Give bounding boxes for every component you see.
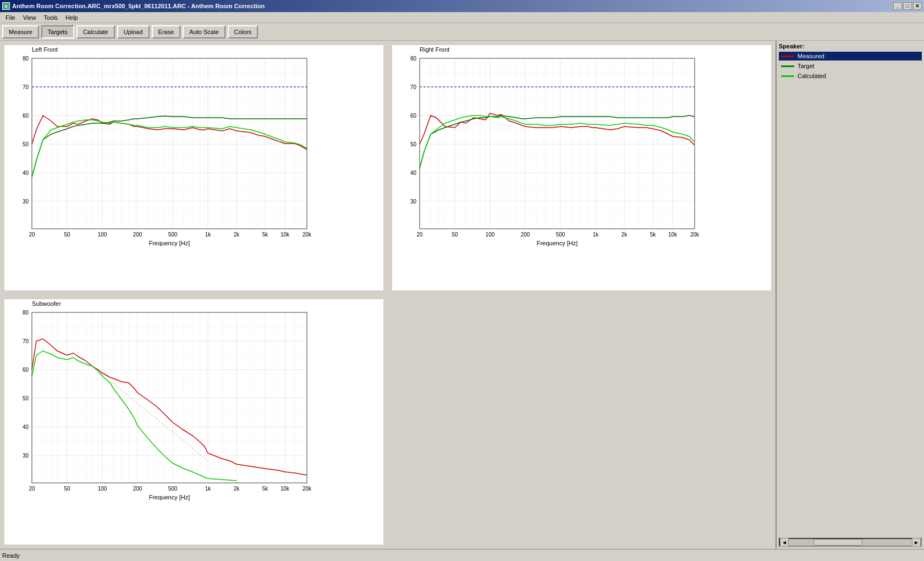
svg-text:50: 50 <box>64 486 70 492</box>
scrollbar-track[interactable] <box>789 539 912 546</box>
svg-text:2k: 2k <box>622 232 628 238</box>
svg-text:20: 20 <box>29 486 35 492</box>
svg-text:1k: 1k <box>205 486 212 492</box>
right-front-title: Right Front <box>392 45 771 53</box>
scrollbar-thumb[interactable] <box>813 539 863 546</box>
svg-text:40: 40 <box>23 170 29 176</box>
measure-button[interactable]: Measure <box>2 25 39 38</box>
legend-calculated[interactable]: Calculated <box>779 72 922 80</box>
svg-text:50: 50 <box>410 141 417 147</box>
menu-bar: File View Tools Help <box>0 12 924 23</box>
svg-text:200: 200 <box>133 486 142 492</box>
status-text: Ready <box>2 552 20 559</box>
measured-label: Measured <box>798 53 824 59</box>
svg-text:2k: 2k <box>234 232 240 238</box>
erase-button[interactable]: Erase <box>152 25 181 38</box>
svg-text:200: 200 <box>133 232 142 238</box>
svg-text:70: 70 <box>23 84 29 90</box>
svg-text:5k: 5k <box>262 486 269 492</box>
left-front-svg: 80 70 60 50 40 30 20 50 100 200 500 1k 2… <box>4 53 312 251</box>
svg-text:60: 60 <box>23 113 29 119</box>
svg-text:Frequency [Hz]: Frequency [Hz] <box>149 240 190 246</box>
svg-text:200: 200 <box>521 232 530 238</box>
left-front-chart: Left Front <box>4 45 383 290</box>
svg-text:50: 50 <box>23 395 29 402</box>
svg-text:1k: 1k <box>593 232 600 238</box>
auto-scale-button[interactable]: Auto Scale <box>183 25 225 38</box>
svg-text:2k: 2k <box>234 486 240 492</box>
svg-rect-134 <box>32 312 307 483</box>
minimize-button[interactable]: _ <box>893 2 902 10</box>
svg-text:100: 100 <box>486 232 495 238</box>
calculated-label: Calculated <box>798 73 826 79</box>
svg-text:Frequency [Hz]: Frequency [Hz] <box>149 494 190 501</box>
measured-color-swatch <box>781 56 794 57</box>
svg-text:500: 500 <box>168 232 178 238</box>
svg-text:5k: 5k <box>650 232 657 238</box>
svg-text:80: 80 <box>23 56 29 62</box>
maximize-button[interactable]: □ <box>903 2 912 10</box>
svg-text:10k: 10k <box>668 232 678 238</box>
svg-text:Frequency [Hz]: Frequency [Hz] <box>537 240 578 246</box>
svg-text:20k: 20k <box>302 486 312 492</box>
svg-text:1k: 1k <box>205 232 212 238</box>
svg-text:20: 20 <box>416 232 423 238</box>
svg-text:100: 100 <box>98 232 107 238</box>
svg-text:20: 20 <box>29 232 35 238</box>
svg-text:100: 100 <box>98 486 107 492</box>
legend-target[interactable]: Target <box>779 62 922 70</box>
svg-text:500: 500 <box>556 232 565 238</box>
svg-text:50: 50 <box>452 232 458 238</box>
target-label: Target <box>798 63 815 69</box>
svg-text:10k: 10k <box>280 486 290 492</box>
window-controls[interactable]: _ □ ✕ <box>893 2 922 10</box>
menu-help[interactable]: Help <box>62 13 81 22</box>
svg-text:30: 30 <box>23 453 29 459</box>
svg-text:70: 70 <box>23 338 29 344</box>
main-content: Left Front <box>0 41 924 549</box>
empty-panel <box>392 299 771 544</box>
svg-rect-70 <box>420 58 695 229</box>
app-icon: A <box>2 2 10 10</box>
window-title: Anthem Room Correction.ARC_mrx500_5pkt_0… <box>12 3 265 9</box>
svg-text:80: 80 <box>23 310 29 316</box>
target-color-swatch <box>781 65 794 67</box>
title-bar-left: A Anthem Room Correction.ARC_mrx500_5pkt… <box>2 2 265 10</box>
svg-text:40: 40 <box>410 170 417 176</box>
svg-text:60: 60 <box>410 113 417 119</box>
sidebar: Speaker: Measured Target Calculated ◀ ▶ <box>776 41 924 549</box>
svg-text:80: 80 <box>410 56 417 62</box>
menu-file[interactable]: File <box>2 13 19 22</box>
left-front-title: Left Front <box>4 45 383 53</box>
upload-button[interactable]: Upload <box>117 25 150 38</box>
svg-text:70: 70 <box>410 84 417 90</box>
svg-text:60: 60 <box>23 367 29 373</box>
scroll-left-button[interactable]: ◀ <box>780 538 789 547</box>
svg-text:30: 30 <box>410 199 417 205</box>
svg-text:5k: 5k <box>262 232 269 238</box>
status-bar: Ready <box>0 549 924 561</box>
toolbar: Measure Targets Calculate Upload Erase A… <box>0 23 924 41</box>
svg-text:50: 50 <box>23 141 29 147</box>
sidebar-scrollbar[interactable]: ◀ ▶ <box>779 538 922 547</box>
menu-tools[interactable]: Tools <box>40 13 61 22</box>
svg-text:20k: 20k <box>302 232 312 238</box>
svg-text:20k: 20k <box>690 232 700 238</box>
colors-button[interactable]: Colors <box>228 25 258 38</box>
subwoofer-chart: Subwoofer <box>4 299 383 544</box>
title-bar: A Anthem Room Correction.ARC_mrx500_5pkt… <box>0 0 924 12</box>
legend-measured[interactable]: Measured <box>779 52 922 61</box>
subwoofer-svg: 80 70 60 50 40 30 20 50 100 200 500 1k 2… <box>4 307 312 505</box>
svg-text:10k: 10k <box>280 232 290 238</box>
menu-view[interactable]: View <box>20 13 40 22</box>
svg-text:40: 40 <box>23 424 29 430</box>
svg-text:50: 50 <box>64 232 70 238</box>
subwoofer-title: Subwoofer <box>4 299 383 307</box>
close-button[interactable]: ✕ <box>913 2 922 10</box>
charts-area: Left Front <box>0 41 776 549</box>
calculate-button[interactable]: Calculate <box>76 25 115 38</box>
right-front-chart: Right Front <box>392 45 771 290</box>
svg-text:30: 30 <box>23 199 29 205</box>
scroll-right-button[interactable]: ▶ <box>912 538 921 547</box>
targets-button[interactable]: Targets <box>41 25 74 38</box>
